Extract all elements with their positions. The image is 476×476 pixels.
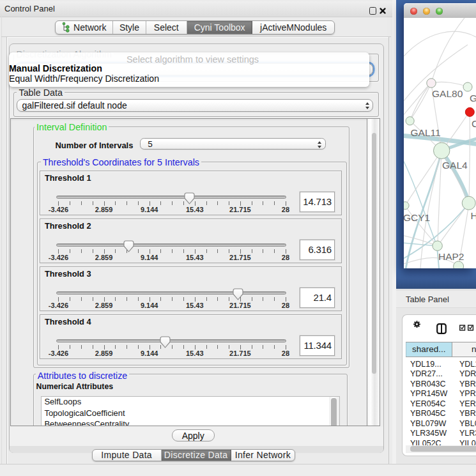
slider-tick-label: 28: [282, 302, 289, 309]
slider-tick-mark: [263, 249, 263, 253]
combobox-arrows-icon: [318, 141, 322, 148]
numerical-attributes-list[interactable]: SelfLoopsTopologicalCoefficientBetweenne…: [41, 396, 340, 426]
tab-discretize-data[interactable]: Discretize Data: [162, 450, 231, 461]
gear-icon[interactable]: [413, 321, 420, 328]
slider-tick-mark: [160, 201, 161, 205]
slider-tick-mark: [286, 249, 286, 254]
slider-tick-mark: [70, 345, 70, 349]
close-icon[interactable]: [380, 8, 386, 14]
slider-tick-mark: [104, 297, 105, 302]
table-row[interactable]: YBL079WYBL0: [406, 416, 476, 426]
slider-tick-mark: [263, 201, 263, 205]
table-row[interactable]: YIL052CYIL0: [406, 436, 476, 445]
slider-track[interactable]: [56, 339, 286, 342]
slider-thumb[interactable]: [233, 288, 243, 300]
slider-tick-mark: [206, 297, 207, 301]
threshold-value-field[interactable]: 14.713: [300, 192, 335, 212]
table-row[interactable]: YBR043CYBR0: [406, 376, 476, 386]
slider-tick-mark: [150, 345, 150, 350]
number-of-intervals-combobox[interactable]: 5: [140, 138, 326, 150]
tab-network[interactable]: Network: [56, 21, 113, 35]
table-row[interactable]: YER054CYER0: [406, 396, 476, 406]
slider-tick-mark: [104, 345, 105, 350]
table-data-combobox[interactable]: galFiltered.sif default node: [17, 99, 374, 112]
slider-tick-label: 21.715: [229, 206, 251, 213]
slider-tick-label: 28: [282, 349, 289, 357]
column-header-shared-name[interactable]: shared...: [406, 342, 453, 357]
column-header-name[interactable]: n...: [452, 342, 476, 357]
settings-vertical-scrollbar[interactable]: [367, 119, 380, 426]
split-columns-icon[interactable]: [436, 323, 447, 334]
threshold-value-field[interactable]: 6.316: [300, 240, 335, 260]
network-canvas[interactable]: GAL80GACGAL11GAL4GCY1HHAP2: [404, 18, 476, 268]
interval-definition-group-title: Interval Definition: [35, 122, 109, 132]
slider-tick-label: 15.43: [186, 254, 204, 261]
scrollbar-thumb[interactable]: [331, 398, 337, 426]
threshold-value-field[interactable]: 11.344: [300, 335, 335, 356]
scrollbar-thumb[interactable]: [372, 133, 377, 374]
threshold-label: Threshold 3: [45, 269, 91, 279]
attribute-list-item[interactable]: TopologicalCoefficient: [44, 408, 125, 418]
float-window-icon[interactable]: [369, 7, 377, 15]
table-row[interactable]: YPR145WYPR1: [406, 387, 476, 396]
tab-jactivemnodules[interactable]: jActiveMNodules: [252, 21, 334, 35]
checkbox-icons[interactable]: [459, 325, 475, 331]
network-window-titlebar[interactable]: [404, 3, 476, 19]
threshold-value-field[interactable]: 21.4: [300, 288, 335, 308]
threshold-label: Threshold 2: [45, 221, 91, 231]
slider-thumb[interactable]: [160, 336, 171, 348]
table-row[interactable]: YLR345WYLR3: [406, 426, 476, 436]
tab-infer-network[interactable]: Infer Network: [231, 450, 295, 461]
svg-text:HAP2: HAP2: [438, 251, 464, 262]
zoom-traffic-light-icon[interactable]: [436, 8, 443, 15]
table-panel-area: shared... n... YDL19...YDL1YDR27...YDR2Y…: [396, 308, 476, 464]
slider-tick-mark: [183, 297, 184, 301]
table-row[interactable]: YDR27...YDR2: [406, 367, 476, 376]
slider-track[interactable]: [56, 291, 286, 295]
table-row[interactable]: YBR045CYBR0: [406, 406, 476, 416]
tab-label: Infer Network: [235, 450, 291, 460]
slider-tick-mark: [150, 201, 150, 206]
settings-viewport: Interval Definition Number of Intervals …: [11, 119, 368, 426]
slider-tick-label: 9.144: [141, 254, 158, 261]
tab-cyni-toolbox[interactable]: Cyni Toolbox: [187, 21, 252, 35]
attribute-list-item[interactable]: SelfLoops: [44, 397, 81, 406]
slider-thumb[interactable]: [123, 240, 134, 252]
svg-text:H: H: [471, 210, 476, 221]
table-horizontal-scrollbar[interactable]: [406, 445, 476, 453]
slider-tick-mark: [127, 297, 127, 301]
table-toolbar: [403, 315, 476, 341]
slider-thumb[interactable]: [184, 192, 195, 204]
scrollbar-thumb[interactable]: [410, 446, 476, 452]
slider-tick-mark: [206, 201, 207, 205]
table-header: shared... n...: [406, 342, 476, 357]
slider-tick-label: 15.43: [186, 349, 204, 357]
slider-track[interactable]: [56, 243, 286, 247]
minimize-traffic-light-icon[interactable]: [423, 8, 430, 15]
slider-tick-mark: [115, 345, 116, 349]
slider-tick-mark: [93, 201, 93, 205]
tab-impute-data[interactable]: Impute Data: [93, 450, 162, 461]
slider-tick-mark: [195, 345, 196, 350]
algorithm-popup-item[interactable]: Manual Discretization: [9, 63, 102, 73]
apply-button[interactable]: Apply: [172, 429, 215, 441]
slider-tick-label: 21.715: [229, 302, 251, 309]
app-bottom-strip: [0, 464, 476, 476]
algorithm-popup-item[interactable]: Equal Width/Frequency Discretization: [9, 73, 159, 84]
tab-content-divider: [1, 36, 391, 37]
slider-tick-mark: [274, 297, 275, 301]
slider-tick-mark: [115, 297, 116, 301]
attribute-list-item[interactable]: BetweennessCentrality: [44, 419, 129, 426]
close-traffic-light-icon[interactable]: [410, 8, 417, 15]
slider-track[interactable]: [56, 196, 286, 199]
slider-tick-mark: [206, 345, 207, 349]
slider-tick-mark: [195, 249, 196, 254]
slider-tick-mark: [93, 345, 93, 349]
algorithm-dropdown-popup: Select algorithm to view settings Manual…: [9, 52, 369, 87]
table-row[interactable]: YDL19...YDL1: [406, 357, 476, 367]
numerical-attributes-label: Numerical Attributes: [36, 382, 114, 391]
tab-style[interactable]: Style: [113, 21, 146, 35]
slider-tick-mark: [217, 201, 218, 205]
tab-select[interactable]: Select: [146, 21, 187, 35]
attributes-list-scrollbar[interactable]: [329, 397, 339, 426]
